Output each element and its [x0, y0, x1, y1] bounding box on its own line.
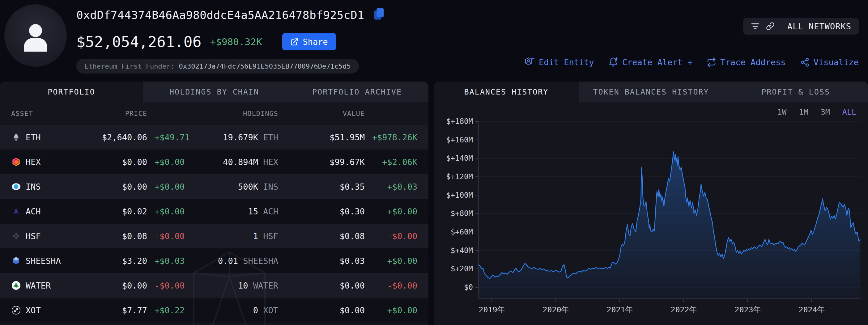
portfolio-card: PORTFOLIO HOLDINGS BY CHAIN PORTFOLIO AR…	[0, 82, 428, 325]
asset-cell: SHEESHA	[11, 256, 85, 266]
value-cell: $0.00	[278, 281, 365, 290]
chart-area	[478, 152, 861, 299]
y-axis-label: $+60M	[451, 228, 473, 236]
portfolio-tabs: PORTFOLIO HOLDINGS BY CHAIN PORTFOLIO AR…	[0, 82, 428, 102]
header-actions: Edit Entity Create Alert + Trace Address…	[524, 57, 859, 67]
eth-icon	[11, 132, 21, 142]
avatar	[4, 4, 67, 67]
value-change: -$0.00	[365, 281, 417, 290]
asset-symbol: ACH	[26, 207, 41, 216]
price-cell: $2,640.06	[85, 133, 147, 142]
chain-link-icon	[766, 22, 775, 31]
funder-label: Ethereum First Funder:	[84, 62, 174, 70]
hsf-icon	[11, 231, 21, 241]
value-change: +$978.26K	[365, 133, 417, 142]
trace-cycle-icon	[707, 58, 716, 67]
tab-portfolio-archive[interactable]: PORTFOLIO ARCHIVE	[286, 82, 428, 102]
price-change: -$0.00	[147, 231, 200, 241]
table-row[interactable]: HEX$0.00+$0.0040.894M HEX$99.67K+$2.06K	[0, 150, 428, 174]
table-row[interactable]: ACH$0.02+$0.0015 ACH$0.30+$0.00	[0, 199, 428, 224]
holdings-unit: XOT	[263, 305, 278, 315]
person-icon	[17, 17, 54, 54]
holdings-unit: WATER	[253, 281, 278, 290]
y-axis-label: $+180M	[446, 117, 473, 126]
table-row[interactable]: WATER$0.00-$0.0010 WATER$0.00-$0.00	[0, 273, 428, 298]
price-change: +$0.00	[147, 157, 200, 167]
y-axis-label: $+160M	[446, 136, 473, 144]
asset-symbol: INS	[26, 182, 41, 192]
holdings-unit: SHEESHA	[243, 256, 278, 266]
y-axis-label: $+100M	[446, 191, 473, 200]
value-change: +$0.03	[365, 182, 417, 192]
wallet-address: 0xdDf744374B46Aa980ddcE4a5AA216478bf925c…	[76, 9, 364, 21]
price-cell: $0.00	[85, 182, 147, 192]
share-button[interactable]: Share	[282, 33, 336, 51]
value-change: +$0.00	[365, 256, 417, 266]
table-row[interactable]: SHEESHA$3.20+$0.030.01 SHEESHA$0.03+$0.0…	[0, 249, 428, 273]
holdings-cell: 19.679K ETH	[200, 133, 278, 142]
total-balance: $52,054,261.06	[76, 33, 202, 51]
action-label: Visualize	[814, 58, 859, 67]
table-row[interactable]: XOT$7.77+$0.220 XOT$0.00+$0.00	[0, 298, 428, 323]
asset-cell: HEX	[11, 157, 85, 167]
asset-table-body: ETH$2,640.06+$49.7119.679K ETH$51.95M+$9…	[0, 125, 428, 323]
share-label: Share	[303, 37, 328, 47]
trace-address-button[interactable]: Trace Address	[707, 58, 785, 67]
value-change: -$0.00	[365, 231, 417, 241]
holdings-unit: HEX	[263, 157, 278, 167]
external-link-icon	[290, 38, 299, 46]
value-cell: $0.08	[278, 231, 365, 241]
hex-icon	[11, 157, 21, 167]
holdings-cell: 1 HSF	[200, 231, 278, 241]
x-axis-label: 2023年	[735, 305, 761, 314]
y-axis-label: $0	[464, 283, 473, 292]
balance-row: $52,054,261.06 +$980.32K Share	[76, 31, 336, 53]
x-axis-label: 2019年	[478, 305, 505, 314]
value-cell: $99.67K	[278, 157, 365, 167]
asset-cell: HSF	[11, 231, 85, 241]
edit-entity-icon	[524, 57, 535, 67]
balance-change: +$980.32K	[210, 36, 262, 47]
value-change: +$0.00	[365, 305, 417, 315]
asset-cell: ETH	[11, 132, 85, 142]
price-cell: $0.00	[85, 281, 147, 290]
graph-network-icon	[800, 58, 810, 67]
holdings-cell: 0.01 SHEESHA	[200, 256, 278, 266]
price-change: +$0.22	[147, 305, 200, 315]
create-alert-button[interactable]: Create Alert +	[608, 57, 693, 67]
table-header: ASSET PRICE HOLDINGS VALUE	[0, 102, 428, 125]
y-axis-label: $+20M	[451, 264, 473, 273]
divider	[272, 31, 272, 52]
asset-symbol: ETH	[26, 133, 41, 142]
sheesha-icon	[11, 256, 21, 266]
x-axis-label: 2024年	[799, 305, 825, 314]
asset-symbol: HSF	[26, 231, 41, 241]
column-holdings: HOLDINGS	[200, 110, 278, 118]
holdings-cell: 10 WATER	[200, 281, 278, 290]
x-axis-label: 2021年	[607, 305, 633, 314]
all-networks-button[interactable]: ALL NETWORKS	[743, 18, 859, 35]
column-asset: ASSET	[11, 110, 85, 118]
table-row[interactable]: INS$0.00+$0.00500K INS$0.35+$0.03	[0, 174, 428, 199]
balances-chart[interactable]: $0$+20M$+40M$+60M$+80M$+100M$+120M$+140M…	[434, 82, 868, 325]
asset-symbol: HEX	[26, 157, 41, 167]
tab-holdings-by-chain[interactable]: HOLDINGS BY CHAIN	[143, 82, 286, 102]
tab-portfolio[interactable]: PORTFOLIO	[0, 82, 143, 102]
price-change: +$0.00	[147, 182, 200, 192]
first-funder-pill[interactable]: Ethereum First Funder: 0x302173a74Fdc756…	[76, 59, 359, 73]
table-row[interactable]: HSF$0.08-$0.001 HSF$0.08-$0.00	[0, 224, 428, 249]
price-change: +$0.03	[147, 256, 200, 266]
xot-icon	[11, 305, 21, 315]
copy-address-icon[interactable]	[373, 7, 385, 21]
table-row[interactable]: ETH$2,640.06+$49.7119.679K ETH$51.95M+$9…	[0, 125, 428, 150]
holdings-cell: 15 ACH	[200, 207, 278, 216]
asset-cell: ACH	[11, 206, 85, 216]
value-cell: $51.95M	[278, 133, 365, 142]
action-label: Trace Address	[720, 58, 785, 67]
edit-entity-button[interactable]: Edit Entity	[524, 57, 594, 67]
history-card: BALANCES HISTORY TOKEN BALANCES HISTORY …	[434, 82, 868, 325]
arkham-address-page: 0xdDf744374B46Aa980ddcE4a5AA216478bf925c…	[0, 0, 868, 325]
visualize-button[interactable]: Visualize	[800, 58, 859, 67]
water-icon	[11, 281, 21, 290]
asset-symbol: SHEESHA	[26, 256, 61, 266]
